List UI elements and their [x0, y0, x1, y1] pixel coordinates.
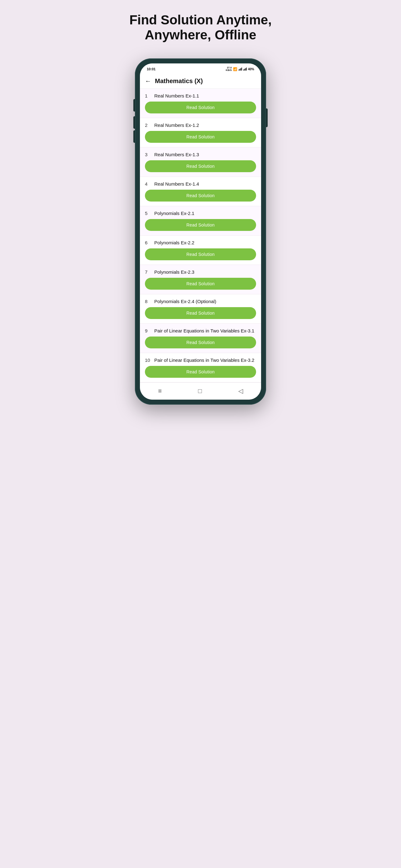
item-header: 10Pair of Linear Equations in Two Variab… — [145, 358, 256, 363]
signal-bars-icon-2 — [243, 67, 247, 71]
item-number: 2 — [145, 122, 151, 128]
item-name: Polynomials Ex-2.1 — [154, 211, 194, 216]
battery-icon: 40% — [248, 67, 254, 71]
page-title: Find Solution Anytime, Anywhere, Offline — [129, 12, 272, 43]
read-solution-button[interactable]: Read Solution — [145, 366, 256, 378]
item-name: Pair of Linear Equations in Two Variable… — [154, 358, 254, 363]
wifi-icon: 📶 — [233, 67, 237, 71]
list-item: 1Real Numbers Ex-1.1Read Solution — [140, 89, 261, 118]
item-name: Pair of Linear Equations in Two Variable… — [154, 328, 254, 333]
menu-icon[interactable]: ≡ — [158, 388, 162, 395]
list-item: 6Polynomials Ex-2.2Read Solution — [140, 236, 261, 265]
read-solution-button[interactable]: Read Solution — [145, 190, 256, 202]
item-header: 7Polynomials Ex-2.3 — [145, 269, 256, 275]
item-header: 3Real Numbers Ex-1.3 — [145, 152, 256, 157]
item-header: 4Real Numbers Ex-1.4 — [145, 181, 256, 187]
status-kbs: 27.0KB/S — [226, 67, 232, 72]
home-icon[interactable]: □ — [198, 388, 202, 395]
read-solution-button[interactable]: Read Solution — [145, 278, 256, 290]
list-item: 7Polynomials Ex-2.3Read Solution — [140, 265, 261, 294]
item-number: 10 — [145, 358, 151, 363]
bottom-nav: ≡ □ ◁ — [140, 382, 261, 400]
item-header: 6Polynomials Ex-2.2 — [145, 240, 256, 245]
read-solution-button[interactable]: Read Solution — [145, 307, 256, 319]
back-button[interactable]: ← — [145, 78, 151, 85]
item-header: 9Pair of Linear Equations in Two Variabl… — [145, 328, 256, 333]
item-number: 3 — [145, 152, 151, 157]
list-item: 9Pair of Linear Equations in Two Variabl… — [140, 324, 261, 353]
item-header: 2Real Numbers Ex-1.2 — [145, 122, 256, 128]
item-header: 1Real Numbers Ex-1.1 — [145, 93, 256, 98]
item-name: Polynomials Ex-2.2 — [154, 240, 194, 245]
item-number: 4 — [145, 181, 151, 187]
list-item: 5Polynomials Ex-2.1Read Solution — [140, 206, 261, 236]
item-name: Real Numbers Ex-1.3 — [154, 152, 199, 157]
list-item: 2Real Numbers Ex-1.2Read Solution — [140, 118, 261, 148]
item-number: 7 — [145, 269, 151, 275]
item-number: 5 — [145, 211, 151, 216]
phone-screen: 10:01 27.0KB/S 📶 40% ← Mathematics (X) 1… — [140, 63, 261, 400]
list-item: 8Polynomials Ex-2.4 (Optional)Read Solut… — [140, 294, 261, 324]
status-time: 10:01 — [147, 67, 156, 71]
solution-list: 1Real Numbers Ex-1.1Read Solution2Real N… — [140, 89, 261, 382]
item-number: 1 — [145, 93, 151, 98]
status-right: 27.0KB/S 📶 40% — [226, 67, 254, 72]
read-solution-button[interactable]: Read Solution — [145, 248, 256, 260]
item-name: Polynomials Ex-2.4 (Optional) — [154, 299, 216, 304]
back-nav-icon[interactable]: ◁ — [238, 387, 243, 395]
item-header: 5Polynomials Ex-2.1 — [145, 211, 256, 216]
item-header: 8Polynomials Ex-2.4 (Optional) — [145, 299, 256, 304]
item-name: Real Numbers Ex-1.2 — [154, 122, 199, 128]
list-item: 10Pair of Linear Equations in Two Variab… — [140, 353, 261, 382]
read-solution-button[interactable]: Read Solution — [145, 160, 256, 172]
status-bar: 10:01 27.0KB/S 📶 40% — [140, 63, 261, 74]
item-number: 8 — [145, 299, 151, 304]
read-solution-button[interactable]: Read Solution — [145, 337, 256, 348]
phone-shell: 10:01 27.0KB/S 📶 40% ← Mathematics (X) 1… — [135, 58, 266, 405]
read-solution-button[interactable]: Read Solution — [145, 101, 256, 114]
list-item: 4Real Numbers Ex-1.4Read Solution — [140, 177, 261, 206]
item-name: Real Numbers Ex-1.1 — [154, 93, 199, 98]
read-solution-button[interactable]: Read Solution — [145, 131, 256, 143]
signal-bars-icon — [239, 67, 242, 71]
item-name: Polynomials Ex-2.3 — [154, 269, 194, 275]
item-number: 6 — [145, 240, 151, 245]
item-number: 9 — [145, 328, 151, 333]
screen-title: Mathematics (X) — [155, 78, 203, 85]
item-name: Real Numbers Ex-1.4 — [154, 181, 199, 187]
read-solution-button[interactable]: Read Solution — [145, 219, 256, 231]
list-item: 3Real Numbers Ex-1.3Read Solution — [140, 148, 261, 177]
header-bar: ← Mathematics (X) — [140, 74, 261, 89]
